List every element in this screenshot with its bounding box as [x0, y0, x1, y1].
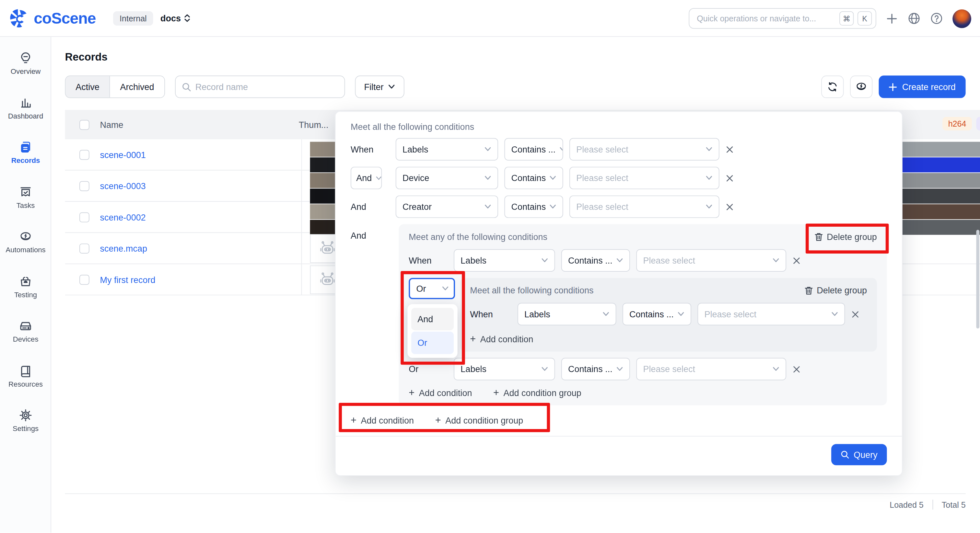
operator-select[interactable]: Contains ...	[561, 249, 630, 271]
refresh-button[interactable]	[821, 75, 844, 98]
kbd-cmd-badge: ⌘	[839, 11, 854, 25]
field-select[interactable]: Device	[396, 167, 498, 189]
operator-select[interactable]: Contains ...	[504, 138, 563, 160]
record-name-search[interactable]	[175, 75, 345, 98]
sidebar-item-label: Testing	[14, 291, 37, 298]
filter-button[interactable]: Filter	[355, 75, 404, 98]
condition-row: Or Labels Contains ... Please select	[409, 358, 877, 380]
remove-condition-icon[interactable]	[851, 310, 859, 318]
sidebar-item-testing[interactable]: Testing	[0, 275, 51, 307]
logic-operator-select-wrap: And	[351, 167, 390, 189]
quick-operations-input[interactable]	[697, 14, 835, 23]
value-select[interactable]: Please select	[636, 249, 786, 271]
value-select[interactable]: Please select	[570, 138, 719, 160]
automation-trigger-button[interactable]	[850, 75, 873, 98]
field-select[interactable]: Labels	[454, 358, 555, 380]
delete-group-button[interactable]: Delete group	[804, 285, 867, 295]
tab-archived[interactable]: Archived	[110, 76, 164, 97]
popover-footer: Query	[351, 444, 887, 465]
add-icon[interactable]	[886, 12, 898, 25]
row-checkbox[interactable]	[80, 212, 89, 222]
record-link[interactable]: scene-0002	[100, 212, 146, 222]
sidebar-item-settings[interactable]: Settings	[0, 408, 51, 441]
sidebar-item-devices[interactable]: Devices	[0, 319, 51, 351]
sidebar-item-overview[interactable]: Overview	[0, 51, 51, 84]
scrollbar-thumb[interactable]	[976, 230, 979, 329]
field-select[interactable]: Labels	[517, 303, 616, 325]
select-all-checkbox[interactable]	[80, 119, 89, 130]
operator-select[interactable]: Contains ...	[622, 303, 691, 325]
sidebar-item-automations[interactable]: Automations	[0, 230, 51, 262]
record-link[interactable]: scene.mcap	[100, 243, 148, 253]
value-select[interactable]: Please select	[636, 358, 786, 380]
record-name-input[interactable]	[196, 82, 338, 92]
delete-group-button[interactable]: Delete group	[815, 232, 877, 241]
brand-logo[interactable]: coScene	[9, 8, 96, 29]
logic-operator-select-open[interactable]: Or	[409, 278, 455, 299]
dashboard-icon	[19, 96, 32, 110]
controls-row: Active Archived Filter	[65, 75, 404, 98]
row-checkbox[interactable]	[80, 181, 89, 191]
globe-icon[interactable]	[907, 12, 921, 25]
group2-actions: +Add condition	[470, 334, 867, 344]
logic-operator-dropdown: And Or	[407, 304, 457, 358]
operator-select[interactable]: Contains	[504, 167, 563, 189]
sidebar-item-dashboard[interactable]: Dashboard	[0, 96, 51, 128]
sidebar-item-label: Records	[11, 157, 40, 164]
field-select[interactable]: Creator	[396, 195, 498, 218]
row-checkbox[interactable]	[80, 243, 89, 253]
quick-operations-search[interactable]: ⌘ K	[689, 8, 876, 29]
field-select[interactable]: Labels	[454, 249, 555, 271]
record-link[interactable]: My first record	[100, 274, 156, 285]
help-icon[interactable]	[930, 12, 943, 25]
operator-select[interactable]: Contains	[504, 195, 563, 218]
project-switcher[interactable]: docs	[161, 13, 191, 23]
remove-condition-icon[interactable]	[725, 203, 734, 211]
tag-h264[interactable]: h264	[942, 117, 972, 130]
value-select[interactable]: Please select	[570, 195, 719, 218]
sidebar-item-records[interactable]: Records	[0, 141, 51, 173]
query-button[interactable]: Query	[831, 444, 887, 465]
sidebar-item-resources[interactable]: Resources	[0, 364, 51, 397]
records-icon	[19, 141, 32, 154]
dropdown-option-and[interactable]: And	[411, 308, 454, 330]
operator-select[interactable]: Contains ...	[561, 358, 630, 380]
user-avatar[interactable]	[953, 9, 971, 28]
add-condition-button[interactable]: +Add condition	[470, 334, 533, 344]
sidebar-item-tasks[interactable]: Tasks	[0, 186, 51, 218]
column-divider	[301, 233, 302, 263]
condition-prefix: And	[351, 202, 390, 212]
logic-operator-select[interactable]: And	[351, 167, 382, 189]
page-title: Records	[65, 51, 108, 64]
value-select[interactable]: Please select	[697, 303, 845, 325]
chevron-down-icon	[616, 366, 623, 371]
value-placeholder: Please select	[576, 202, 628, 212]
group1-actions: +Add condition +Add condition group	[409, 388, 877, 398]
remove-condition-icon[interactable]	[725, 145, 734, 153]
add-condition-button[interactable]: +Add condition	[351, 415, 414, 425]
value-select[interactable]: Please select	[570, 167, 719, 189]
tab-active[interactable]: Active	[65, 76, 110, 97]
resources-icon	[19, 364, 32, 378]
remove-condition-icon[interactable]	[792, 257, 800, 265]
dropdown-option-or[interactable]: Or	[411, 332, 454, 354]
group-title: Meet all the following conditions	[470, 285, 593, 295]
record-link[interactable]: scene-0003	[100, 181, 146, 191]
tag-moment[interactable]: momen	[976, 117, 980, 130]
overview-icon	[19, 51, 32, 65]
org-badge[interactable]: Internal	[113, 11, 153, 25]
remove-condition-icon[interactable]	[725, 174, 734, 182]
field-select[interactable]: Labels	[396, 138, 498, 160]
add-condition-group-button[interactable]: +Add condition group	[493, 388, 581, 398]
record-link[interactable]: scene-0001	[100, 150, 146, 160]
create-record-button[interactable]: Create record	[879, 75, 966, 98]
remove-condition-icon[interactable]	[792, 365, 800, 373]
add-condition-button[interactable]: +Add condition	[409, 388, 472, 398]
condition-prefix: When	[409, 255, 447, 265]
sidebar-item-label: Dashboard	[8, 113, 43, 120]
group-header: Meet any of the following conditions Del…	[409, 232, 877, 241]
filter-popover: Meet all the following conditions When L…	[335, 111, 902, 476]
row-checkbox[interactable]	[80, 274, 89, 285]
row-checkbox[interactable]	[80, 150, 89, 160]
add-condition-group-button[interactable]: +Add condition group	[435, 415, 523, 425]
